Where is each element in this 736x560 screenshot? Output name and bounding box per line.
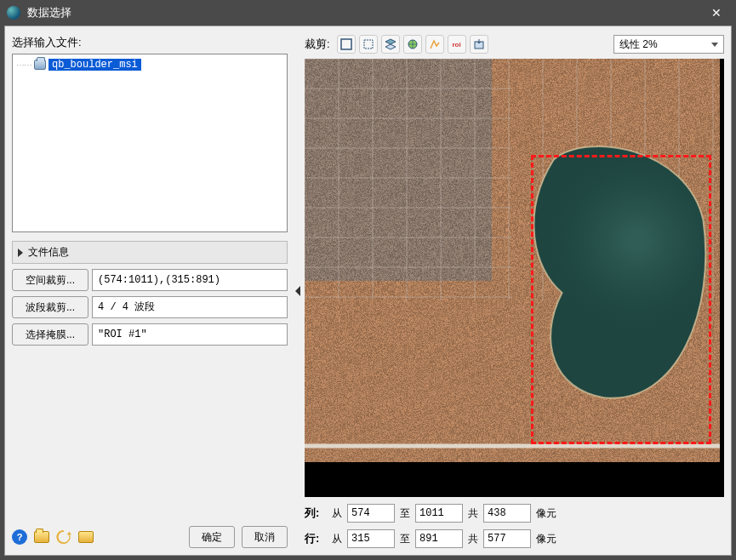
- col-count-input[interactable]: [483, 504, 531, 523]
- app-icon: [7, 6, 20, 20]
- mask-value: "ROI #1": [92, 323, 288, 346]
- expand-icon: [18, 249, 23, 257]
- stretch-select[interactable]: 线性 2%: [613, 35, 724, 54]
- row-from-input[interactable]: [347, 529, 395, 548]
- file-info-title: 文件信息: [28, 245, 69, 260]
- crop-toolbar: 裁剪: roi 线性 2%: [305, 35, 724, 54]
- input-file-label: 选择输入文件:: [12, 35, 288, 50]
- file-tree[interactable]: ⋯⋯ qb_boulder_msi: [12, 54, 288, 232]
- tree-item[interactable]: ⋯⋯ qb_boulder_msi: [16, 58, 283, 71]
- mask-row: 选择掩膜... "ROI #1": [12, 323, 288, 346]
- window-title: 数据选择: [27, 5, 704, 20]
- svg-rect-1: [364, 40, 373, 49]
- vector-extent-icon[interactable]: [425, 35, 444, 54]
- close-icon[interactable]: ✕: [704, 0, 729, 26]
- content: 选择输入文件: ⋯⋯ qb_boulder_msi 文件信息 空间裁剪... (…: [4, 26, 732, 556]
- crop-label: 裁剪:: [305, 37, 330, 52]
- col-label: 列:: [305, 506, 327, 521]
- bottom-bar: ? 确定 取消: [12, 521, 288, 548]
- col-to-input[interactable]: [415, 504, 463, 523]
- col-count-label: 共: [468, 506, 478, 521]
- info-rows: 空间裁剪... (574:1011),(315:891) 波段裁剪... 4 /…: [12, 269, 288, 346]
- spatial-subset-value: (574:1011),(315:891): [92, 269, 288, 291]
- spatial-subset-button[interactable]: 空间裁剪...: [12, 269, 88, 291]
- row-count-label: 共: [468, 532, 478, 546]
- col-from-label: 从: [332, 506, 342, 521]
- import-extent-icon[interactable]: [470, 35, 488, 54]
- band-subset-row: 波段裁剪... 4 / 4 波段: [12, 296, 288, 318]
- left-pane: 选择输入文件: ⋯⋯ qb_boulder_msi 文件信息 空间裁剪... (…: [5, 26, 294, 555]
- ok-button[interactable]: 确定: [189, 526, 235, 548]
- tree-connector: ⋯⋯: [16, 60, 31, 70]
- band-subset-value: 4 / 4 波段: [92, 296, 288, 318]
- raster-icon: [33, 59, 47, 71]
- row-from-label: 从: [332, 532, 342, 546]
- splitter[interactable]: [294, 26, 301, 555]
- svg-marker-3: [385, 44, 396, 49]
- tree-item-label: qb_boulder_msi: [48, 59, 141, 71]
- layer-extent-icon[interactable]: [381, 35, 400, 54]
- row-row: 行: 从 至 共 像元: [305, 529, 724, 548]
- col-to-label: 至: [400, 506, 410, 521]
- col-unit: 像元: [536, 506, 556, 521]
- titlebar: 数据选择 ✕: [0, 0, 736, 26]
- col-from-input[interactable]: [347, 504, 395, 523]
- row-unit: 像元: [536, 532, 556, 546]
- coord-rows: 列: 从 至 共 像元 行: 从 至 共 像元: [305, 504, 724, 548]
- select-rect-icon[interactable]: [359, 35, 378, 54]
- column-row: 列: 从 至 共 像元: [305, 504, 724, 523]
- image-preview[interactable]: [305, 59, 724, 497]
- display-icon[interactable]: [78, 531, 94, 543]
- band-subset-button[interactable]: 波段裁剪...: [12, 296, 88, 318]
- cancel-button[interactable]: 取消: [242, 526, 288, 548]
- roi-extent-icon[interactable]: roi: [448, 35, 466, 54]
- file-info-header[interactable]: 文件信息: [12, 241, 288, 264]
- row-to-input[interactable]: [415, 529, 463, 548]
- open-folder-icon[interactable]: [34, 531, 49, 543]
- geo-extent-icon[interactable]: [403, 35, 422, 54]
- refresh-icon[interactable]: [56, 529, 71, 545]
- mask-button[interactable]: 选择掩膜...: [12, 323, 88, 346]
- row-count-input[interactable]: [483, 529, 531, 548]
- help-icon[interactable]: ?: [12, 529, 27, 545]
- svg-rect-0: [341, 39, 351, 49]
- row-to-label: 至: [400, 532, 410, 546]
- full-extent-icon[interactable]: [337, 35, 356, 54]
- roi-selection-box[interactable]: [531, 155, 711, 444]
- stretch-value: 线性 2%: [619, 38, 658, 50]
- row-label: 行:: [305, 531, 327, 546]
- right-pane: 裁剪: roi 线性 2% 列: 从 至 共: [301, 26, 731, 555]
- spatial-subset-row: 空间裁剪... (574:1011),(315:891): [12, 269, 288, 291]
- svg-marker-2: [385, 39, 396, 44]
- collapse-left-icon[interactable]: [295, 286, 300, 296]
